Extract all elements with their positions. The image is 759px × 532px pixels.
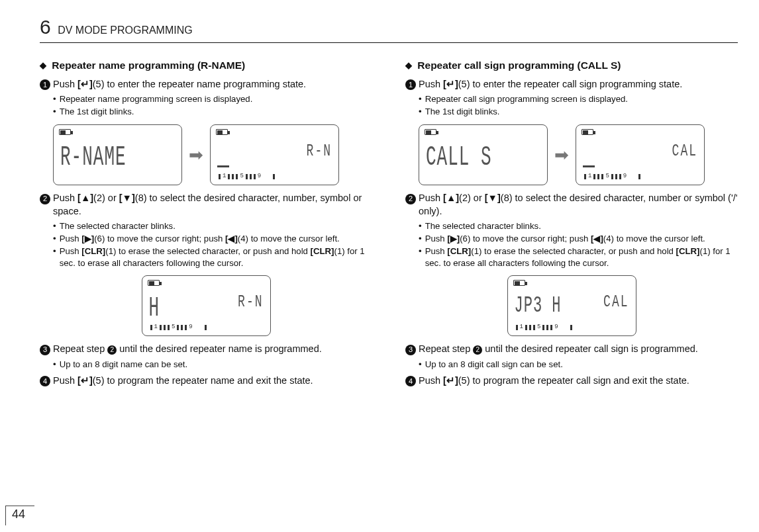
ticks bbox=[638, 174, 640, 179]
bullet: Push [CLR](1) to erase the selected char… bbox=[53, 245, 372, 269]
diamond-icon: ◆ bbox=[40, 60, 46, 70]
text: The selected character blinks. bbox=[425, 220, 541, 232]
text: Push bbox=[60, 246, 82, 256]
lcd-big-text: CALL S bbox=[426, 140, 492, 177]
diamond-icon: ◆ bbox=[405, 60, 412, 70]
lcd-display: CAL 159 bbox=[576, 124, 705, 185]
lcd-display: R-NAME bbox=[53, 124, 182, 185]
bullet: Push [▶](6) to move the cursor right; pu… bbox=[419, 233, 738, 245]
left-section-title: ◆ Repeater name programming (R-NAME) bbox=[40, 59, 372, 73]
bullet: The 1st digit blinks. bbox=[53, 106, 372, 118]
text: (5) to enter the repeater call sign prog… bbox=[458, 79, 683, 89]
key-clr: [CLR] bbox=[447, 246, 471, 256]
circled-4-icon: 4 bbox=[40, 376, 50, 386]
lcd-big-text: JP3 H bbox=[515, 290, 562, 322]
right-lcd-single: JP3 H CAL 159 bbox=[405, 275, 738, 336]
key-clr: [CLR] bbox=[81, 246, 105, 256]
text: (6) to move the cursor right; push bbox=[460, 234, 591, 244]
circled-1-icon: 1 bbox=[405, 79, 416, 90]
ticks bbox=[273, 174, 275, 179]
cursor-icon bbox=[583, 165, 595, 167]
text: (5) to program the repeater name and exi… bbox=[93, 375, 313, 386]
key-down: [▼] bbox=[119, 193, 135, 203]
lcd-display: JP3 H CAL 159 bbox=[507, 275, 636, 336]
ticks: 159 bbox=[516, 325, 558, 330]
text: (4) to move the cursor left. bbox=[603, 234, 705, 244]
cursor-icon bbox=[217, 165, 229, 167]
text: The 1st digit blinks. bbox=[425, 106, 500, 118]
bullet: Up to an 8 digit call sign can be set. bbox=[419, 359, 738, 371]
key-clr: [CLR] bbox=[676, 246, 700, 256]
right-section-title: ◆ Repeater call sign programming (CALL S… bbox=[405, 59, 738, 73]
key-right: [▶] bbox=[81, 234, 94, 244]
text: (1) to erase the selected character, or … bbox=[471, 246, 676, 256]
bullet: Up to an 8 digit name can be set. bbox=[53, 359, 372, 371]
lcd-scale: 159 bbox=[219, 173, 330, 181]
circled-3-icon: 3 bbox=[40, 345, 50, 355]
key-enter: [↵] bbox=[443, 79, 458, 89]
right-step-4: 4 Push [↵](5) to program the repeater ca… bbox=[405, 375, 738, 388]
arrow-right-icon: ➡ bbox=[554, 144, 569, 167]
lcd-display: R-N 159 bbox=[210, 124, 339, 185]
left-lcd-single: H R-N 159 bbox=[40, 275, 372, 336]
header-rule bbox=[40, 42, 738, 43]
right-step2-bullets: The selected character blinks. Push [▶](… bbox=[419, 220, 738, 269]
chapter-header: 6 DV MODE PROGRAMMING bbox=[40, 16, 738, 38]
lcd-small-text: R-N bbox=[238, 290, 263, 313]
circled-2-icon: 2 bbox=[405, 194, 416, 204]
text: until the desired repeater name is progr… bbox=[117, 343, 322, 354]
chapter-number: 6 bbox=[40, 16, 51, 38]
title-text: Repeater call sign programming (CALL S) bbox=[417, 60, 621, 71]
ticks bbox=[205, 325, 207, 330]
bullet: The 1st digit blinks. bbox=[419, 106, 738, 118]
text: Push bbox=[53, 193, 77, 203]
battery-icon bbox=[425, 129, 436, 135]
text: Push bbox=[419, 79, 443, 89]
key-down: [▼] bbox=[485, 193, 501, 203]
circled-2-ref-icon: 2 bbox=[473, 345, 482, 355]
battery-icon bbox=[582, 129, 593, 135]
title-text: Repeater name programming (R-NAME) bbox=[52, 60, 245, 71]
lcd-scale: 159 bbox=[150, 324, 262, 332]
right-step1-bullets: Repeater call sign programming screen is… bbox=[419, 93, 738, 118]
text: Up to an 8 digit call sign can be set. bbox=[425, 359, 563, 371]
text: (2) or bbox=[459, 193, 485, 203]
text: Push bbox=[425, 234, 448, 244]
lcd-small-text: CAL bbox=[603, 290, 629, 313]
bullet: Push [CLR](1) to erase the selected char… bbox=[419, 245, 738, 269]
text: Repeater name programming screen is disp… bbox=[60, 93, 253, 105]
bullet: The selected character blinks. bbox=[419, 220, 738, 232]
right-lcd-row-1: CALL S ➡ CAL 159 bbox=[419, 124, 738, 185]
lcd-small-text: R-N bbox=[307, 140, 332, 162]
text: (2) or bbox=[93, 193, 119, 203]
battery-icon bbox=[148, 280, 160, 286]
text: Push bbox=[53, 375, 77, 386]
two-column-layout: ◆ Repeater name programming (R-NAME) 1 P… bbox=[40, 55, 738, 390]
left-step-3: 3 Repeat step 2 until the desired repeat… bbox=[40, 343, 372, 356]
lcd-display: CALL S bbox=[419, 124, 548, 185]
text: Repeat step bbox=[53, 343, 107, 354]
right-step-1: 1 Push [↵](5) to enter the repeater call… bbox=[405, 78, 738, 91]
key-enter: [↵] bbox=[77, 79, 93, 89]
ticks: 159 bbox=[150, 325, 193, 330]
bullet: The selected character blinks. bbox=[53, 220, 372, 232]
text: until the desired repeater call sign is … bbox=[482, 343, 698, 354]
text: Push bbox=[60, 234, 82, 244]
battery-icon bbox=[216, 129, 228, 135]
text: Repeater call sign programming screen is… bbox=[425, 93, 628, 105]
text: The selected character blinks. bbox=[60, 220, 176, 232]
left-column: ◆ Repeater name programming (R-NAME) 1 P… bbox=[40, 55, 372, 390]
key-up: [▲] bbox=[77, 193, 93, 203]
key-enter: [↵] bbox=[77, 375, 93, 386]
left-step2-bullets: The selected character blinks. Push [▶](… bbox=[53, 220, 372, 269]
arrow-right-icon: ➡ bbox=[189, 144, 203, 167]
left-step-2: 2 Push [▲](2) or [▼](8) to select the de… bbox=[40, 192, 372, 218]
ticks: 159 bbox=[219, 174, 261, 179]
left-step-1: 1 Push [↵](5) to enter the repeater name… bbox=[40, 78, 372, 91]
bullet: Repeater name programming screen is disp… bbox=[53, 93, 372, 105]
lcd-display: H R-N 159 bbox=[142, 275, 271, 336]
text: (5) to program the repeater call sign an… bbox=[458, 375, 689, 386]
lcd-scale: 159 bbox=[584, 173, 696, 181]
text: (6) to move the cursor right; push bbox=[94, 234, 225, 244]
lcd-scale: 159 bbox=[516, 324, 628, 332]
